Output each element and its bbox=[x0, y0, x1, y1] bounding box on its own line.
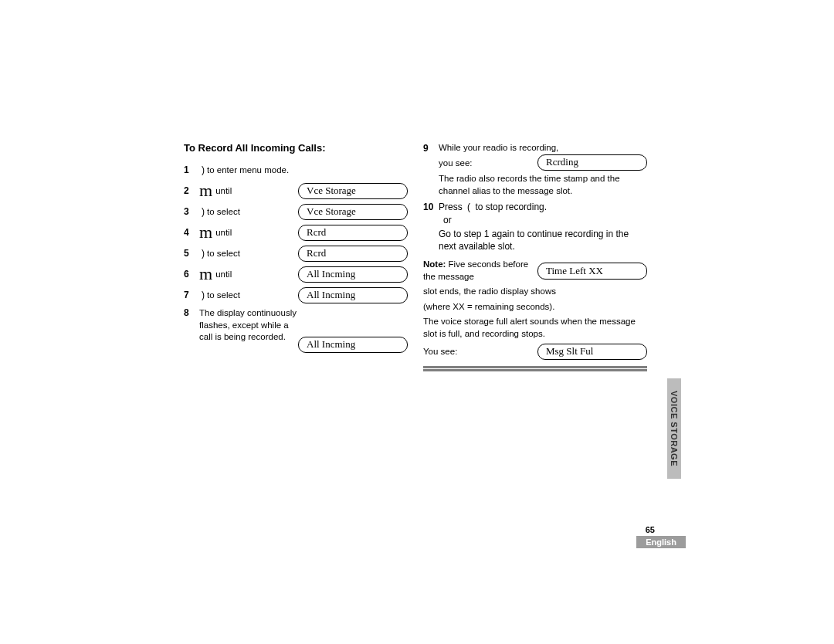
step-number: 10 bbox=[423, 202, 439, 212]
display-readout: Rcrding bbox=[537, 154, 647, 171]
note-text: slot ends, the radio display shows bbox=[423, 286, 647, 298]
step-number: 1 bbox=[184, 164, 199, 175]
language-tab: English bbox=[636, 536, 686, 548]
step-text: to select bbox=[207, 290, 298, 300]
select-icon: ) bbox=[202, 164, 205, 175]
step-text: Press bbox=[439, 202, 463, 212]
step-number: 4 bbox=[184, 227, 199, 238]
note-block: You see: Msg Slt Ful bbox=[423, 344, 647, 360]
step-number: 9 bbox=[423, 143, 439, 154]
manual-page: To Record All Incoming Calls: 1 ) to ent… bbox=[184, 139, 647, 378]
button-icon: ( bbox=[467, 202, 470, 212]
step-text: to stop recording. bbox=[475, 202, 547, 212]
step-row: 2 m until Vce Storage bbox=[184, 182, 408, 199]
menu-icon: m bbox=[199, 225, 212, 239]
step-text: or bbox=[443, 215, 647, 225]
note-text: The voice storage full alert sounds when… bbox=[423, 316, 647, 340]
step-number: 5 bbox=[184, 248, 199, 259]
step-row: 5 ) to select Rcrd bbox=[184, 245, 408, 262]
step-text: to select bbox=[207, 249, 298, 258]
display-readout: Msg Slt Ful bbox=[537, 344, 647, 360]
step-text: until bbox=[215, 269, 298, 279]
note-block: Note: Five seconds before the message Ti… bbox=[423, 259, 647, 283]
display-readout: Rcrd bbox=[298, 246, 408, 262]
step-row: 6 m until All Incming bbox=[184, 266, 408, 283]
step-row: 9 While your readio is recording, you se… bbox=[423, 143, 647, 197]
step-text: you see: bbox=[439, 158, 472, 168]
display-readout: Time Left XX bbox=[537, 263, 647, 280]
step-row: 10 Press ( to stop recording. or Go to s… bbox=[423, 202, 647, 253]
step-text: to select bbox=[207, 207, 298, 216]
step-number: 3 bbox=[184, 206, 199, 217]
side-tab-label: VOICE STORAGE bbox=[670, 391, 679, 466]
display-readout: Vce Storage bbox=[298, 183, 408, 199]
left-column: To Record All Incoming Calls: 1 ) to ent… bbox=[184, 139, 408, 378]
right-column: 9 While your readio is recording, you se… bbox=[423, 139, 647, 378]
select-icon: ) bbox=[202, 248, 205, 259]
note-label: Note: bbox=[423, 259, 446, 269]
step-text: until bbox=[215, 228, 298, 237]
step-text: until bbox=[215, 186, 298, 195]
step-number: 6 bbox=[184, 269, 199, 280]
step-row: 3 ) to select Vce Storage bbox=[184, 203, 408, 220]
language-label: English bbox=[646, 537, 676, 547]
select-icon: ) bbox=[202, 290, 205, 300]
step-text: Go to step 1 again to continue recording… bbox=[439, 228, 647, 253]
display-readout: All Incming bbox=[298, 266, 408, 283]
section-divider-icon bbox=[423, 366, 647, 371]
display-readout: Rcrd bbox=[298, 225, 408, 241]
page-number: 65 bbox=[646, 525, 655, 534]
step-number: 8 bbox=[184, 307, 199, 318]
section-heading: To Record All Incoming Calls: bbox=[184, 142, 408, 154]
menu-icon: m bbox=[199, 267, 212, 281]
step-number: 2 bbox=[184, 185, 199, 196]
step-number: 7 bbox=[184, 290, 199, 300]
step-text: While your readio is recording, bbox=[439, 143, 647, 152]
note-text: (where XX = remaining seconds). bbox=[423, 301, 647, 314]
display-readout: All Incming bbox=[298, 337, 408, 353]
step-row: 1 ) to enter menu mode. bbox=[184, 161, 408, 178]
step-row: 8 The display continuously flashes, exce… bbox=[184, 307, 408, 353]
display-readout: Vce Storage bbox=[298, 204, 408, 220]
step-row: 7 ) to select All Incming bbox=[184, 286, 408, 303]
note-text: You see: bbox=[423, 347, 457, 356]
step-text: The radio also records the time stamp an… bbox=[439, 173, 647, 197]
step-text: The display continuously flashes, except… bbox=[199, 307, 298, 344]
menu-icon: m bbox=[199, 184, 212, 198]
select-icon: ) bbox=[202, 206, 205, 217]
step-text: to enter menu mode. bbox=[207, 165, 408, 175]
side-tab: VOICE STORAGE bbox=[667, 378, 681, 479]
step-row: 4 m until Rcrd bbox=[184, 224, 408, 241]
display-readout: All Incming bbox=[298, 287, 408, 303]
